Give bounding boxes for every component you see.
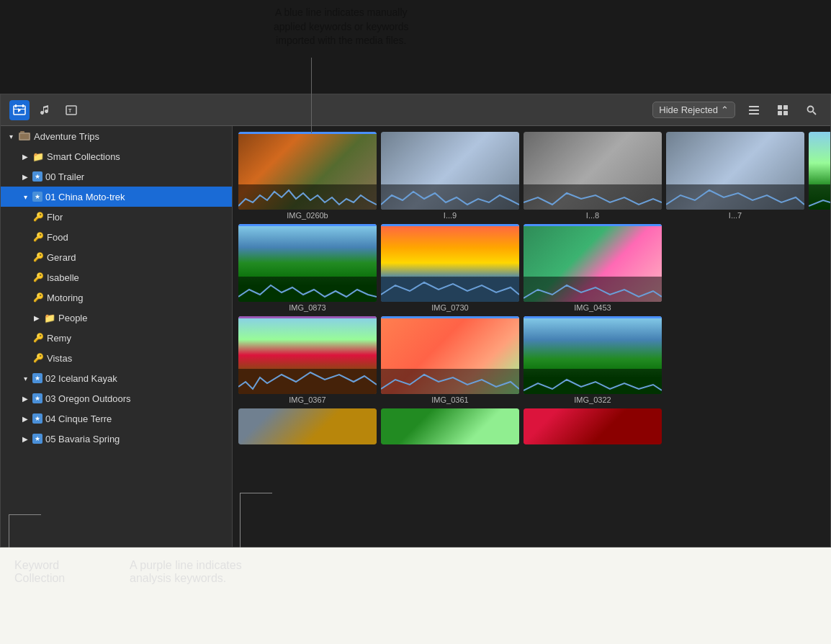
audio-waveform bbox=[809, 184, 830, 210]
svg-rect-10 bbox=[783, 105, 788, 109]
media-item-img0361[interactable]: IMG_0361 bbox=[381, 316, 519, 404]
films-icon[interactable] bbox=[9, 100, 30, 120]
annotation-purple-line-description: A purple line indicates analysis keyword… bbox=[130, 559, 242, 585]
toolbar: T Hide Rejected ⌃ bbox=[1, 94, 830, 126]
grid-row: IMG_0367 IMG_036 bbox=[238, 316, 825, 404]
keyword-icon: 🔑 bbox=[32, 352, 44, 364]
blue-keyword-line bbox=[524, 224, 662, 226]
media-item-img0260b[interactable]: IMG_0260b bbox=[238, 132, 377, 220]
media-item-img0367[interactable]: IMG_0367 bbox=[238, 316, 377, 404]
sidebar-item-people[interactable]: ▶ 📁 People bbox=[1, 308, 232, 328]
sidebar-item-gerard[interactable]: 🔑 Gerard bbox=[1, 247, 232, 267]
media-grid: IMG_0260b I...9 bbox=[233, 126, 830, 547]
media-item-label: IMG_0367 bbox=[238, 395, 377, 404]
media-item-img0873[interactable]: IMG_0873 bbox=[238, 224, 377, 312]
media-item-img0453[interactable]: IMG_0453 bbox=[524, 224, 662, 312]
audio-waveform bbox=[524, 277, 662, 302]
grid-row: IMG_0260b I...9 bbox=[238, 132, 825, 220]
sidebar-item-flor[interactable]: 🔑 Flor bbox=[1, 207, 232, 227]
audio-waveform bbox=[666, 184, 804, 210]
sidebar-item-label: 03 Oregon Outdoors bbox=[45, 393, 131, 404]
audio-waveform bbox=[381, 184, 519, 210]
blue-keyword-line bbox=[238, 224, 377, 226]
sidebar-item-label: Gerard bbox=[47, 252, 76, 263]
blue-keyword-line bbox=[524, 316, 662, 318]
blue-keyword-line bbox=[381, 316, 519, 318]
media-item-label: IMG_0322 bbox=[524, 395, 662, 404]
sidebar-item-00-trailer[interactable]: ▶ ★ 00 Trailer bbox=[1, 166, 232, 187]
sidebar-item-isabelle[interactable]: 🔑 Isabelle bbox=[1, 267, 232, 287]
sidebar-item-remy[interactable]: 🔑 Remy bbox=[1, 328, 232, 348]
sidebar-item-01-china[interactable]: ▾ ★ 01 China Moto-trek bbox=[1, 187, 232, 207]
media-item-partial1[interactable] bbox=[238, 408, 377, 444]
audio-waveform bbox=[524, 369, 662, 394]
star-badge-icon: ★ bbox=[32, 413, 42, 424]
keyword-icon: 🔑 bbox=[32, 272, 44, 283]
sidebar-item-adventure-trips[interactable]: ▾ Adventure Trips bbox=[1, 126, 232, 146]
svg-rect-16 bbox=[20, 131, 24, 134]
sidebar-item-label: 00 Trailer bbox=[45, 171, 84, 182]
sidebar-item-vistas[interactable]: 🔑 Vistas bbox=[1, 348, 232, 368]
annotation-bracket-line-right bbox=[240, 493, 241, 547]
sidebar-item-label: Motoring bbox=[47, 292, 84, 303]
keyword-icon: 🔑 bbox=[32, 211, 44, 223]
grid-row bbox=[238, 408, 825, 444]
media-item-partial2[interactable] bbox=[381, 408, 519, 444]
audio-waveform bbox=[238, 184, 377, 210]
svg-rect-12 bbox=[783, 111, 788, 115]
list-view-icon[interactable] bbox=[744, 100, 764, 120]
sidebar-item-02-iceland[interactable]: ▾ ★ 02 Iceland Kayak bbox=[1, 368, 232, 388]
media-item-img7[interactable]: I...7 bbox=[666, 132, 804, 220]
sidebar-item-05-bavaria[interactable]: ▶ ★ 05 Bavaria Spring bbox=[1, 429, 232, 449]
annotation-bottom-left-line2: Collection bbox=[14, 572, 65, 584]
media-item-img8[interactable]: I...8 bbox=[524, 132, 662, 220]
folder-icon: 📁 bbox=[32, 151, 44, 162]
svg-rect-9 bbox=[778, 105, 782, 109]
annotation-keyword-collection: Keyword Collection bbox=[14, 559, 65, 585]
media-item-img0322[interactable]: IMG_0322 bbox=[524, 316, 662, 404]
star-badge-icon: ★ bbox=[32, 192, 42, 202]
toolbar-right: Hide Rejected ⌃ bbox=[652, 100, 822, 120]
media-item-label: IMG_0260b bbox=[238, 211, 377, 220]
media-item-label: I...8 bbox=[524, 211, 662, 220]
audio-waveform bbox=[381, 277, 519, 302]
media-item-label: IMG_0361 bbox=[381, 395, 519, 404]
audio-waveform bbox=[524, 184, 662, 210]
sidebar-item-food[interactable]: 🔑 Food bbox=[1, 227, 232, 247]
grid-view-icon[interactable] bbox=[773, 100, 793, 120]
title-icon[interactable]: T bbox=[61, 100, 81, 120]
svg-rect-6 bbox=[749, 106, 759, 107]
chevron-right-icon: ▶ bbox=[21, 152, 30, 161]
hide-rejected-label: Hide Rejected bbox=[659, 104, 718, 115]
sidebar-item-label: Remy bbox=[47, 333, 71, 344]
purple-keyword-line bbox=[238, 316, 377, 318]
annotation-top-line3: imported with the media files. bbox=[276, 35, 406, 46]
chevron-down-icon: ▾ bbox=[6, 132, 15, 140]
search-icon[interactable] bbox=[801, 100, 822, 120]
sidebar-item-04-cinque[interactable]: ▶ ★ 04 Cinque Terre bbox=[1, 408, 232, 429]
toolbar-icons: T bbox=[9, 100, 81, 120]
media-item-label: IMG_1775 bbox=[809, 211, 830, 220]
media-item-label: IMG_0873 bbox=[238, 303, 377, 312]
media-item-label: I...9 bbox=[381, 211, 519, 220]
hide-rejected-button[interactable]: Hide Rejected ⌃ bbox=[652, 102, 735, 118]
blue-keyword-line bbox=[238, 132, 377, 134]
chevron-right-icon: ▶ bbox=[21, 434, 30, 443]
media-item-label: IMG_0730 bbox=[381, 303, 519, 312]
sidebar-item-label: Food bbox=[47, 232, 68, 243]
annotation-bracket-horizontal-right bbox=[240, 493, 272, 493]
music-icon[interactable] bbox=[35, 100, 55, 120]
media-item-img9[interactable]: I...9 bbox=[381, 132, 519, 220]
media-item-partial3[interactable] bbox=[524, 408, 662, 444]
media-item-img1775[interactable]: IMG_1775 bbox=[809, 132, 830, 220]
keyword-icon: 🔑 bbox=[32, 231, 44, 243]
sidebar-item-motoring[interactable]: 🔑 Motoring bbox=[1, 287, 232, 308]
blue-keyword-line bbox=[381, 224, 519, 226]
chevron-right-icon: ▶ bbox=[21, 414, 30, 423]
annotation-top: A blue line indicates manually applied k… bbox=[274, 6, 409, 48]
annotation-bottom-left-line1: Keyword bbox=[14, 559, 59, 571]
sidebar-item-03-oregon[interactable]: ▶ ★ 03 Oregon Outdoors bbox=[1, 388, 232, 408]
media-item-img0730[interactable]: IMG_0730 bbox=[381, 224, 519, 312]
annotation-top-line2: applied keywords or keywords bbox=[274, 21, 409, 32]
sidebar-item-smart-collections[interactable]: ▶ 📁 Smart Collections bbox=[1, 146, 232, 166]
